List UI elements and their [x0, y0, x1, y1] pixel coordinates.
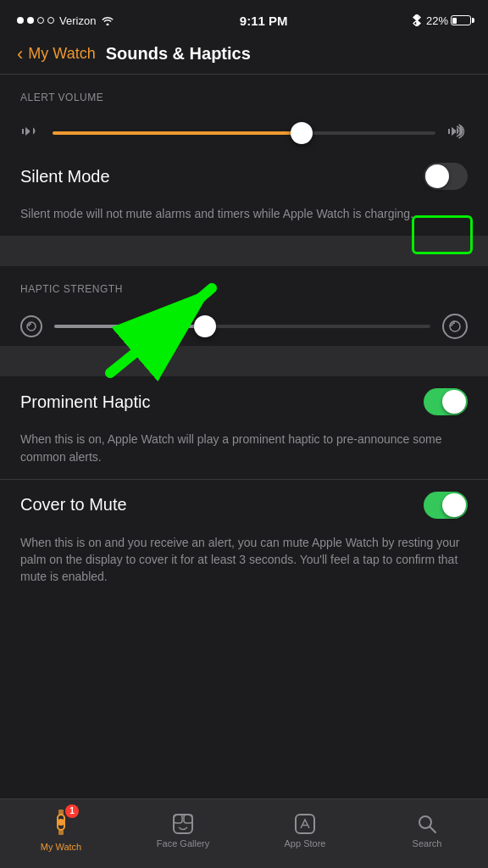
silent-mode-row: Silent Mode [17, 151, 471, 202]
cover-to-mute-section: Cover to Mute When this is on and you re… [0, 480, 488, 599]
search-icon [416, 813, 438, 835]
cover-to-mute-toggle-thumb [442, 493, 466, 517]
tab-search[interactable]: Search [366, 799, 488, 868]
tab-app-store[interactable]: App Store [244, 799, 366, 868]
prominent-haptic-toggle[interactable] [424, 388, 468, 415]
section-divider-1 [0, 236, 488, 266]
main-wrapper: Verizon 9:11 PM 22% ‹ [0, 0, 488, 676]
volume-low-icon [20, 124, 41, 143]
dot-3 [37, 17, 44, 24]
tab-search-label: Search [413, 838, 442, 849]
carrier-label: Verizon [59, 14, 96, 27]
haptic-track-bg [54, 325, 430, 328]
page-title: Sounds & Haptics [106, 44, 251, 64]
alert-volume-slider-row[interactable] [17, 115, 471, 151]
cover-to-mute-label: Cover to Mute [20, 495, 127, 515]
wifi-icon [101, 15, 114, 25]
alert-volume-track-bg [53, 131, 435, 135]
app-store-icon [294, 813, 316, 835]
haptic-strength-track[interactable] [54, 315, 430, 337]
haptic-fill [54, 325, 205, 328]
tab-my-watch-label: My Watch [41, 842, 82, 852]
dot-1 [17, 17, 24, 24]
tab-bar: 1 My Watch Face Gallery App Store [0, 798, 488, 868]
silent-mode-section: Silent Mode Silent mode will not mute al… [0, 151, 488, 236]
svg-rect-10 [296, 815, 314, 833]
tab-face-gallery[interactable]: Face Gallery [122, 799, 244, 868]
my-watch-badge: 1 [65, 804, 79, 818]
dot-4 [47, 17, 54, 24]
svg-point-6 [58, 819, 64, 826]
alert-volume-thumb[interactable] [291, 122, 313, 144]
bluetooth-icon [413, 14, 421, 26]
alert-volume-track[interactable] [53, 122, 435, 144]
dot-2 [27, 17, 34, 24]
content-area: ALERT VOLUME [0, 75, 488, 676]
battery-percent: 22% [426, 14, 448, 27]
haptic-strength-header: HAPTIC STRENGTH [17, 283, 471, 295]
status-bar: Verizon 9:11 PM 22% [0, 0, 488, 37]
section-divider-2 [0, 346, 488, 376]
face-gallery-icon [172, 813, 194, 835]
haptic-low-icon [20, 315, 42, 337]
battery-indicator: 22% [426, 14, 471, 27]
alert-volume-section: ALERT VOLUME [0, 75, 488, 151]
svg-rect-5 [58, 830, 64, 835]
back-button[interactable]: ‹ My Watch [17, 45, 96, 64]
tab-face-gallery-label: Face Gallery [157, 838, 209, 849]
prominent-haptic-row: Prominent Haptic [17, 376, 471, 427]
tab-my-watch[interactable]: 1 My Watch [0, 799, 122, 868]
back-label: My Watch [28, 45, 95, 63]
status-time: 9:11 PM [240, 14, 288, 28]
my-watch-tab-badge-container: 1 [50, 810, 72, 838]
alert-volume-fill [53, 131, 302, 135]
tab-app-store-label: App Store [285, 838, 326, 849]
nav-bar: ‹ My Watch Sounds & Haptics [0, 37, 488, 75]
signal-dots [17, 17, 54, 24]
battery-body [451, 15, 471, 25]
svg-rect-7 [174, 815, 192, 833]
silent-mode-label: Silent Mode [20, 167, 110, 186]
battery-fill [452, 18, 457, 24]
volume-high-icon [447, 124, 468, 143]
status-left: Verizon [17, 14, 114, 27]
prominent-haptic-description: When this is on, Apple Watch will play a… [17, 427, 471, 479]
prominent-haptic-toggle-thumb [442, 390, 466, 414]
bottom-pad [0, 599, 488, 676]
status-right: 22% [413, 14, 471, 27]
prominent-haptic-section: Prominent Haptic When this is on, Apple … [0, 376, 488, 479]
silent-mode-toggle-thumb [425, 164, 449, 188]
back-chevron-icon: ‹ [17, 45, 23, 64]
cover-to-mute-toggle[interactable] [424, 492, 468, 519]
haptic-thumb[interactable] [194, 315, 216, 337]
svg-line-12 [430, 826, 436, 832]
svg-rect-4 [58, 810, 64, 815]
cover-to-mute-row: Cover to Mute [17, 480, 471, 531]
haptic-strength-section: HAPTIC STRENGTH [0, 266, 488, 346]
haptic-high-icon [442, 314, 468, 339]
cover-to-mute-description: When this is on and you receive an alert… [17, 531, 471, 599]
alert-volume-header: ALERT VOLUME [17, 92, 471, 103]
prominent-haptic-label: Prominent Haptic [20, 392, 150, 412]
haptic-strength-slider-row[interactable] [17, 307, 471, 346]
silent-mode-toggle[interactable] [424, 163, 468, 190]
silent-mode-description: Silent mode will not mute alarms and tim… [17, 202, 471, 236]
